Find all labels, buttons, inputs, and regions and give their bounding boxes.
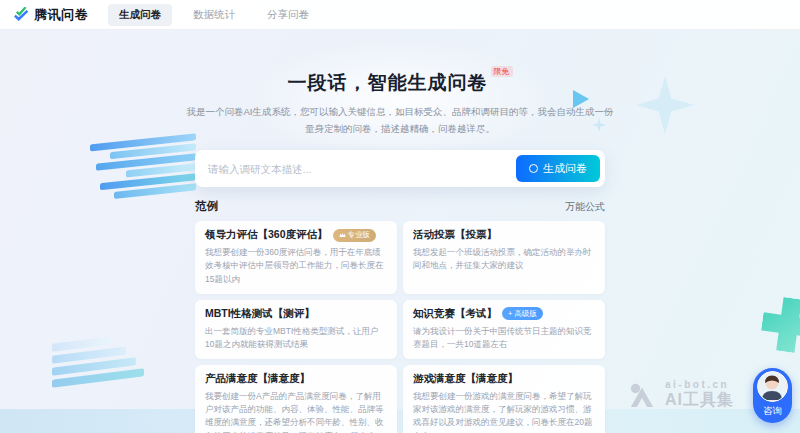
universal-formula-link[interactable]: 万能公式 bbox=[565, 200, 605, 214]
examples-title: 范例 bbox=[195, 199, 218, 214]
card-title: 游戏满意度【满意度】 bbox=[413, 372, 595, 386]
logo-check-icon bbox=[12, 6, 29, 23]
card-description: 我想要创建一份游戏的满意度问卷，希望了解玩家对该游戏的满意度，了解玩家的游戏习惯… bbox=[413, 390, 595, 433]
main-content: 一段话，智能生成问卷限免 我是一个问卷AI生成系统，您可以输入关键信息，如目标受… bbox=[0, 30, 800, 433]
example-card-game-satisfaction[interactable]: 游戏满意度【满意度】 我想要创建一份游戏的满意度问卷，希望了解玩家对该游戏的满意… bbox=[403, 365, 605, 433]
survey-description-input[interactable] bbox=[208, 163, 516, 175]
card-title: 活动投票【投票】 bbox=[413, 228, 595, 242]
watermark: ai-bot.cn AI工具集 bbox=[627, 379, 734, 411]
watermark-text: ai-bot.cn AI工具集 bbox=[665, 379, 734, 411]
tab-share-survey[interactable]: 分享问卷 bbox=[256, 4, 320, 26]
plus-icon: + bbox=[508, 309, 512, 318]
ai-bot-logo-icon bbox=[627, 382, 657, 408]
hero-description-line2: 量身定制的问卷，描述越精确，问卷越详尽。 bbox=[305, 123, 495, 134]
card-title: MBTI性格测试【测评】 bbox=[205, 307, 387, 321]
support-label: 咨询 bbox=[763, 405, 782, 418]
customer-support-button[interactable]: 咨询 bbox=[753, 368, 792, 423]
watermark-url: ai-bot.cn bbox=[665, 379, 734, 390]
card-title: 领导力评估【360度评估】 专业版 bbox=[205, 228, 387, 242]
watermark-name: AI工具集 bbox=[665, 390, 734, 411]
tab-data-statistics[interactable]: 数据统计 bbox=[182, 4, 246, 26]
top-nav: 腾讯问卷 生成问卷 数据统计 分享问卷 bbox=[0, 0, 800, 30]
example-card-product-satisfaction[interactable]: 产品满意度【满意度】 我要创建一份A产品的产品满意度问卷，了解用户对该产品的功能… bbox=[195, 365, 397, 433]
generate-button-label: 生成问卷 bbox=[543, 161, 587, 176]
card-description: 我想要创建一份360度评估问卷，用于在年底绩效考核中评估中层领导的工作能力，问卷… bbox=[205, 246, 387, 286]
card-description: 出一套简版的专业MBTI性格类型测试，让用户10题之内就能获得测试结果 bbox=[205, 325, 387, 351]
example-card-activity-vote[interactable]: 活动投票【投票】 我想发起一个班级活动投票，确定活动的举办时间和地点，并征集大家… bbox=[403, 221, 605, 294]
app-logo[interactable]: 腾讯问卷 bbox=[12, 6, 88, 24]
example-card-leadership[interactable]: 领导力评估【360度评估】 专业版 我想要创建一份360度评估问卷，用于在年底绩… bbox=[195, 221, 397, 294]
card-description: 我要创建一份A产品的产品满意度问卷，了解用户对该产品的功能、内容、体验、性能、品… bbox=[205, 390, 387, 433]
pro-version-badge: 专业版 bbox=[333, 229, 377, 242]
generate-survey-button[interactable]: 生成问卷 bbox=[516, 155, 600, 182]
examples-section: 范例 万能公式 领导力评估【360度评估】 专业版 我想要创建一份360度评估问… bbox=[195, 199, 605, 433]
card-title: 产品满意度【满意度】 bbox=[205, 372, 387, 386]
app-title: 腾讯问卷 bbox=[34, 6, 88, 24]
card-description: 请为我设计一份关于中国传统节日主题的知识竞赛题目，一共10道题左右 bbox=[413, 325, 595, 351]
card-title: 知识竞赛【考试】 + 高级版 bbox=[413, 307, 595, 321]
free-badge: 限免 bbox=[491, 66, 513, 77]
premium-version-badge: + 高级版 bbox=[502, 307, 543, 320]
crown-icon bbox=[339, 232, 346, 238]
tab-generate-survey[interactable]: 生成问卷 bbox=[108, 4, 172, 26]
example-card-mbti[interactable]: MBTI性格测试【测评】 出一套简版的专业MBTI性格类型测试，让用户10题之内… bbox=[195, 300, 397, 359]
main-nav: 生成问卷 数据统计 分享问卷 bbox=[108, 4, 320, 26]
examples-header: 范例 万能公式 bbox=[195, 199, 605, 214]
survey-input-bar: 生成问卷 bbox=[195, 150, 605, 187]
page-title: 一段话，智能生成问卷限免 bbox=[0, 70, 800, 96]
page-title-text: 一段话，智能生成问卷 bbox=[288, 72, 488, 93]
support-avatar bbox=[757, 371, 788, 402]
hero-description-line1: 我是一个问卷AI生成系统，您可以输入关键信息，如目标受众、品牌和调研目的等，我会… bbox=[187, 106, 614, 117]
example-card-quiz[interactable]: 知识竞赛【考试】 + 高级版 请为我设计一份关于中国传统节日主题的知识竞赛题目，… bbox=[403, 300, 605, 359]
examples-grid: 领导力评估【360度评估】 专业版 我想要创建一份360度评估问卷，用于在年底绩… bbox=[195, 221, 605, 433]
generate-ring-icon bbox=[529, 164, 538, 173]
card-description: 我想发起一个班级活动投票，确定活动的举办时间和地点，并征集大家的建议 bbox=[413, 246, 595, 272]
hero-description: 我是一个问卷AI生成系统，您可以输入关键信息，如目标受众、品牌和调研目的等，我会… bbox=[0, 104, 800, 137]
